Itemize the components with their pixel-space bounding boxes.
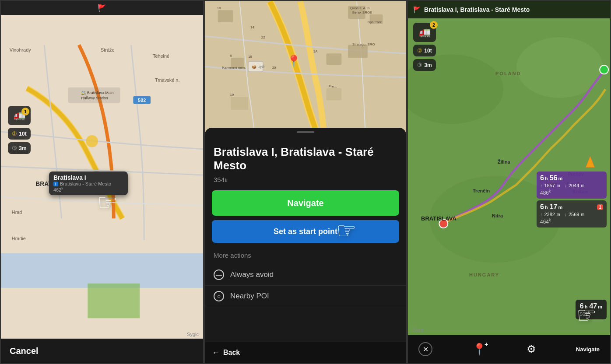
panel3-flag-icon: 🚩: [413, 6, 421, 13]
drag-handle: [297, 131, 314, 133]
city-label-nitra: Nitra: [492, 213, 503, 218]
route-badge-icon: 1: [597, 204, 603, 210]
svg-rect-18: [218, 10, 233, 22]
navigate-label-3: Navigate: [576, 346, 600, 353]
svg-rect-25: [327, 88, 342, 101]
pin-plus-icon: 📍 +: [472, 343, 486, 356]
always-avoid-item[interactable]: — Always avoid: [205, 264, 406, 286]
panel-detail-2: 10 Quotus, A. S. Berax SRO E Bps Park 5 …: [204, 0, 407, 364]
panel-navigation-3: Žilina Trenčín BRATISLAVA Nitra Prešov K…: [407, 0, 611, 364]
svg-text:🚉 Bratislava Main: 🚉 Bratislava Main: [81, 90, 113, 95]
route-card-1[interactable]: 6h 56m ↑ 1857m ↓ 2044m 486k: [537, 172, 607, 199]
hud-height-box: ③ 3m: [8, 142, 31, 154]
svg-text:19: 19: [230, 93, 234, 97]
svg-text:5: 5: [230, 54, 232, 58]
nearby-poi-item[interactable]: ○ Nearby POI: [205, 286, 406, 307]
route-card-1-elevation: ↑ 1857m ↓ 2044m: [540, 183, 603, 188]
sygic-watermark-1: Sygic: [187, 332, 199, 337]
popup-subtitle: i Bratislava - Staré Mesto: [53, 181, 123, 186]
svg-point-49: [600, 65, 608, 74]
panel3-hud-weight: ② 10t: [413, 45, 436, 56]
panel3-route-badge: 2: [430, 21, 438, 29]
route-card-2-distance: 464k: [540, 218, 603, 225]
panel3-hud: 🚛 2 ② 10t ③ 3m: [413, 23, 436, 71]
route-cards: 6h 56m ↑ 1857m ↓ 2044m 486k 6h 17m 1: [537, 172, 607, 228]
settings-button[interactable]: ⚙: [527, 343, 536, 355]
popup-distance: 462k: [53, 186, 123, 192]
panel-map-1: 502 Vinohrady Stráže Tehelné Trnavské n.…: [0, 0, 204, 364]
navigate-button-3[interactable]: Navigate: [576, 346, 600, 353]
route-card-2[interactable]: 6h 17m 1 ↑ 2382m ↓ 2569m 464k: [537, 200, 607, 228]
route-badge-1: 1: [21, 108, 29, 116]
svg-text:Railway Station: Railway Station: [81, 96, 108, 100]
panel3-hud-truck: 🚛 2: [413, 23, 436, 42]
svg-text:Pre...: Pre...: [329, 84, 337, 88]
panel2-distance: 354k: [205, 172, 406, 190]
height-label: 3m: [19, 145, 26, 151]
svg-text:Quotus, A. S.: Quotus, A. S.: [350, 6, 371, 10]
route-card-1-distance: 486k: [540, 189, 603, 196]
info-badge: i: [53, 182, 58, 186]
svg-text:14: 14: [250, 25, 254, 29]
panel1-hud: 🚛 1 ② 10t ③ 3m: [8, 106, 31, 154]
route-card-2-time: 6h 17m: [540, 203, 562, 211]
weight-label: 10t: [19, 131, 26, 137]
svg-text:Hrad: Hrad: [12, 210, 22, 215]
svg-rect-1: [88, 284, 140, 318]
cancel-label[interactable]: Cancel: [10, 346, 39, 356]
panel3-circle-3-icon: ③: [417, 62, 422, 68]
more-actions-label: More actions: [205, 250, 406, 264]
close-icon: ✕: [423, 345, 428, 354]
svg-rect-22: [327, 53, 342, 65]
panel3-bottom-bar: ✕ 📍 + ⚙ Navigate: [408, 335, 610, 363]
svg-text:📍: 📍: [286, 54, 302, 69]
route-card-1-time: 6h 56m: [540, 174, 603, 182]
panel3-top-bar: 🚩 Bratislava I, Bratislava - Staré Mesto: [408, 1, 610, 18]
svg-text:Tehelné: Tehelné: [153, 53, 169, 59]
set-start-button[interactable]: Set as start point: [212, 220, 399, 243]
svg-text:Stratego, SRO: Stratego, SRO: [352, 42, 375, 46]
popup-title: Bratislava I: [53, 174, 123, 181]
small-time-card: 6h 47m 502k: [576, 300, 607, 319]
close-icon-circle: ✕: [418, 342, 432, 356]
sygic-watermark-3: Sygic: [412, 327, 606, 332]
svg-text:1A: 1A: [313, 49, 318, 53]
svg-text:📦 Upl!: 📦 Upl!: [252, 64, 264, 70]
back-bar[interactable]: ← Back: [205, 342, 406, 363]
svg-text:Berax SRO: Berax SRO: [352, 10, 370, 14]
panel2-location-title: Bratislava I, Bratislava - Staré Mesto: [205, 136, 406, 172]
map-background-2: 10 Quotus, A. S. Berax SRO E Bps Park 5 …: [205, 1, 406, 136]
location-popup[interactable]: Bratislava I i Bratislava - Staré Mesto …: [49, 172, 128, 195]
svg-text:Bps Park: Bps Park: [368, 20, 382, 24]
svg-text:22: 22: [261, 35, 265, 39]
circle-2-icon: ②: [12, 130, 17, 137]
settings-icon: ⚙: [527, 343, 536, 355]
svg-rect-0: [1, 253, 203, 288]
cancel-bar[interactable]: Cancel: [1, 339, 203, 363]
svg-rect-23: [348, 45, 368, 58]
city-label-trencin: Trenčín: [473, 188, 490, 193]
add-waypoint-button[interactable]: 📍 +: [472, 343, 486, 356]
panel3-title: Bratislava I, Bratislava - Staré Mesto: [424, 6, 530, 13]
panel3-weight-label: 10t: [424, 48, 432, 54]
panel2-bottom-sheet: Bratislava I, Bratislava - Staré Mesto 3…: [205, 128, 406, 363]
svg-text:Hradie: Hradie: [12, 236, 26, 241]
hud-weight-box: ② 10t: [8, 128, 31, 140]
hud-truck-box: 🚛 1: [8, 106, 31, 125]
nearby-poi-label: Nearby POI: [230, 292, 269, 301]
route-card-2-elevation: ↑ 2382m ↓ 2569m: [540, 212, 603, 217]
search-icon: ○: [214, 291, 224, 301]
panel3-height-label: 3m: [424, 62, 432, 68]
svg-text:Trnavské n.: Trnavské n.: [155, 77, 180, 83]
back-arrow-icon: ←: [212, 348, 220, 357]
svg-text:Vinohrady: Vinohrady: [10, 47, 31, 52]
svg-text:Kamenné nám.: Kamenné nám.: [222, 66, 246, 70]
panel3-hud-height: ③ 3m: [413, 59, 436, 71]
close-button[interactable]: ✕: [418, 342, 432, 356]
back-label[interactable]: Back: [223, 349, 240, 357]
panel1-toolbar: 🚩: [1, 1, 203, 15]
navigate-button[interactable]: Navigate: [212, 190, 399, 216]
flag-icon: 🚩: [98, 4, 106, 12]
country-label-poland: POLAND: [495, 71, 521, 76]
svg-text:19: 19: [248, 55, 252, 59]
